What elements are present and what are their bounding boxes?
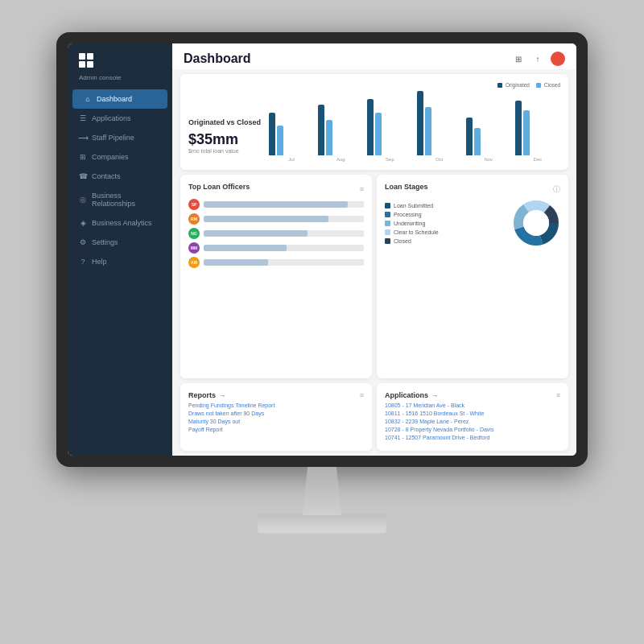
user-avatar[interactable] bbox=[551, 52, 565, 66]
x-labels: JulAugSepOctNovDec bbox=[269, 155, 560, 162]
officer-row-1: RM bbox=[188, 213, 364, 225]
admin-console-label: Admin console bbox=[68, 74, 172, 89]
dashboard-body: Originated vs Closed $35mm $mo total loa… bbox=[172, 69, 576, 456]
grid-icon[interactable]: ⊞ bbox=[512, 52, 525, 65]
x-label-Jul: Jul bbox=[269, 157, 314, 162]
reports-card: Reports → ≡ Pending Fundings Timeline Re… bbox=[180, 383, 372, 451]
settings-icon: ⚙ bbox=[79, 238, 87, 246]
dashboard-icon: ⌂ bbox=[84, 95, 92, 103]
chart-summary: Originated vs Closed $35mm $mo total loa… bbox=[188, 82, 261, 162]
topbar: Dashboard ⊞ ↑ bbox=[172, 43, 576, 69]
stage-dot-0 bbox=[385, 203, 390, 208]
business-analytics-icon: ◈ bbox=[79, 219, 87, 227]
main-content: Dashboard ⊞ ↑ Originated vs Closed $35mm… bbox=[172, 43, 576, 456]
stage-item-0: Loan Submitted bbox=[385, 203, 506, 208]
applications-menu-icon[interactable]: ≡ bbox=[556, 391, 560, 399]
chart-legend: Originated Closed bbox=[269, 82, 560, 88]
stage-label-1: Processing bbox=[394, 212, 422, 217]
applications-title: Applications → bbox=[385, 391, 438, 399]
officer-avatar-0: SP bbox=[188, 199, 200, 210]
application-link-4[interactable]: 10741 - 12507 Paramount Drive - Bedford bbox=[385, 435, 560, 440]
sidebar-item-business-relationships[interactable]: ◎Business Relationships bbox=[68, 186, 172, 213]
report-link-0[interactable]: Pending Fundings Timeline Report bbox=[188, 402, 364, 408]
officer-bar-bg-2 bbox=[204, 230, 364, 237]
officer-row-4: AM bbox=[188, 257, 364, 268]
business-relationships-icon: ◎ bbox=[79, 196, 87, 204]
sidebar-label-business-relationships: Business Relationships bbox=[92, 192, 161, 208]
sidebar-label-business-analytics: Business Analytics bbox=[92, 219, 152, 227]
loan-stages-title: Loan Stages bbox=[385, 183, 428, 191]
legend-closed: Closed bbox=[536, 82, 560, 88]
officer-bar-bg-0 bbox=[204, 201, 364, 208]
applications-icon: ☰ bbox=[79, 114, 87, 122]
applications-arrow-icon[interactable]: → bbox=[431, 392, 438, 399]
application-link-2[interactable]: 10832 - 2239 Maple Lane - Perez bbox=[385, 419, 560, 424]
sidebar-item-applications[interactable]: ☰Applications bbox=[68, 109, 172, 128]
bars-wrapper bbox=[269, 91, 560, 155]
officer-bar-fill-1 bbox=[204, 216, 328, 222]
reports-arrow-icon[interactable]: → bbox=[219, 392, 225, 399]
middle-row: Top Loan Officers ≡ SP RM NG MM AM bbox=[180, 175, 568, 378]
legend-originated: Originated bbox=[497, 82, 530, 88]
officer-row-0: SP bbox=[188, 199, 364, 210]
application-link-0[interactable]: 10805 - 17 Meridian Ave - Black bbox=[385, 402, 560, 408]
app-logo-icon bbox=[79, 53, 93, 68]
stage-label-2: Underwriting bbox=[394, 221, 425, 226]
loan-stages-info-icon[interactable]: ⓘ bbox=[553, 184, 560, 195]
bottom-row: Reports → ≡ Pending Fundings Timeline Re… bbox=[180, 383, 568, 451]
monitor-screen: Admin console ⌂Dashboard☰Applications⟶St… bbox=[68, 43, 576, 456]
bar-originated-4 bbox=[466, 118, 473, 155]
reports-menu-icon[interactable]: ≡ bbox=[360, 391, 364, 399]
bar-closed-1 bbox=[326, 120, 332, 155]
officer-bar-fill-0 bbox=[204, 201, 348, 208]
sidebar-item-help[interactable]: ?Help bbox=[68, 252, 172, 271]
sidebar-label-applications: Applications bbox=[92, 114, 131, 122]
legend-dot-originated bbox=[497, 83, 502, 88]
sidebar-nav: ⌂Dashboard☰Applications⟶Staff Pipeline⊞C… bbox=[68, 89, 172, 456]
svg-point-1 bbox=[523, 210, 549, 236]
chart-card-title: Originated vs Closed bbox=[188, 118, 261, 126]
bar-originated-2 bbox=[367, 99, 374, 155]
share-icon[interactable]: ↑ bbox=[531, 52, 544, 65]
application-link-3[interactable]: 10728 - 8 Property Nevada Portfolio - Da… bbox=[385, 427, 560, 432]
loan-stages-content: Loan SubmittedProcessingUnderwritingClea… bbox=[385, 199, 560, 247]
bar-closed-4 bbox=[474, 128, 481, 155]
officer-avatar-1: RM bbox=[188, 213, 200, 225]
stage-dot-4 bbox=[385, 238, 390, 244]
loan-stages-card: Loan Stages ⓘ Loan SubmittedProcessingUn… bbox=[377, 175, 568, 378]
x-label-Aug: Aug bbox=[318, 157, 363, 162]
officer-avatar-4: AM bbox=[188, 257, 200, 268]
officer-avatar-2: NG bbox=[188, 228, 200, 239]
bar-closed-5 bbox=[523, 110, 530, 156]
report-link-2[interactable]: Maturity 30 Days out bbox=[188, 419, 364, 424]
sidebar-item-contacts[interactable]: ☎Contacts bbox=[68, 167, 172, 186]
application-link-1[interactable]: 10811 - 1516 1510 Bordeaux St - White bbox=[385, 411, 560, 416]
chart-sublabel: $mo total loan value bbox=[188, 148, 261, 154]
top-loan-officers-card: Top Loan Officers ≡ SP RM NG MM AM bbox=[180, 175, 372, 378]
officer-bar-bg-4 bbox=[204, 259, 364, 266]
loan-officers-menu-icon[interactable]: ≡ bbox=[360, 185, 364, 193]
legend-dot-closed bbox=[536, 83, 541, 88]
bar-originated-3 bbox=[417, 91, 423, 155]
officer-bar-bg-1 bbox=[204, 216, 364, 222]
bar-originated-0 bbox=[269, 113, 275, 156]
sidebar-label-settings: Settings bbox=[92, 238, 118, 246]
stage-item-2: Underwriting bbox=[385, 221, 506, 226]
report-link-1[interactable]: Draws not taken after 90 Days bbox=[188, 411, 364, 416]
officer-avatar-3: MM bbox=[188, 242, 200, 254]
staff-pipeline-icon: ⟶ bbox=[79, 134, 87, 142]
sidebar-item-dashboard[interactable]: ⌂Dashboard bbox=[72, 89, 167, 109]
bar-group-3 bbox=[417, 91, 462, 155]
sidebar-label-companies: Companies bbox=[92, 153, 129, 161]
loan-officers-title: Top Loan Officers bbox=[188, 183, 250, 191]
sidebar-item-business-analytics[interactable]: ◈Business Analytics bbox=[68, 213, 172, 233]
report-link-3[interactable]: Payoff Report bbox=[188, 427, 364, 432]
sidebar-item-companies[interactable]: ⊞Companies bbox=[68, 147, 172, 167]
sidebar-item-staff-pipeline[interactable]: ⟶Staff Pipeline bbox=[68, 128, 172, 147]
help-icon: ? bbox=[79, 258, 87, 266]
monitor-foot bbox=[258, 514, 386, 533]
chart-total-value: $35mm bbox=[188, 131, 261, 148]
sidebar-item-settings[interactable]: ⚙Settings bbox=[68, 233, 172, 252]
officer-row-2: NG bbox=[188, 228, 364, 239]
reports-title: Reports → bbox=[188, 391, 225, 399]
